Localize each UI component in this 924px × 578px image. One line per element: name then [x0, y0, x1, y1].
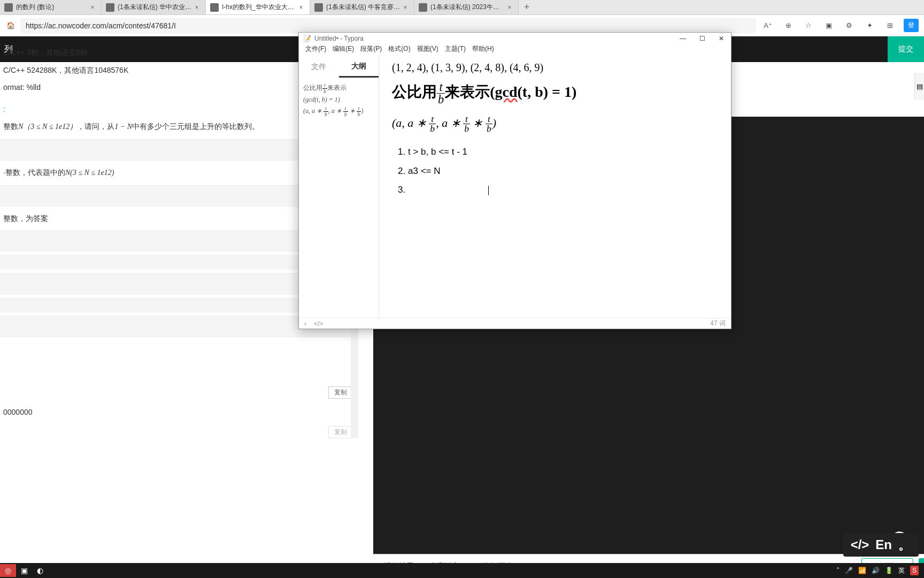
favorite-icon[interactable]: ☆	[802, 19, 815, 32]
site-icon	[314, 3, 323, 12]
nav-back-icon[interactable]: ‹	[304, 320, 306, 328]
menu-view[interactable]: 视图(V)	[414, 44, 442, 56]
wifi-icon[interactable]: 📶	[858, 567, 866, 574]
submit-button[interactable]: 提交	[888, 36, 924, 62]
outline-item[interactable]: 公比用tb来表示	[303, 83, 374, 94]
close-icon[interactable]: ×	[88, 3, 97, 12]
site-icon	[106, 3, 114, 12]
site-icon	[210, 3, 219, 12]
tab-2[interactable]: (1条未读私信) 华中农业大学 ×	[102, 0, 206, 14]
word-count[interactable]: 47 词	[710, 319, 726, 328]
copy-button[interactable]: 复制	[328, 386, 353, 399]
minimize-button[interactable]: —	[673, 33, 692, 44]
url-input[interactable]	[20, 18, 756, 33]
text-cursor	[488, 186, 489, 195]
tab-5[interactable]: (1条未读私信) 2023牛客寒假算法 ×	[414, 0, 519, 14]
ime-lang: En	[875, 537, 892, 552]
menu-file[interactable]: 文件(F)	[302, 44, 329, 56]
content-formula[interactable]: (a, a ∗ tb, a ∗ tb ∗ tb)	[392, 115, 718, 134]
tab-title: I-hx的数列_华中农业大学第十二	[222, 3, 297, 12]
taskbar-app-2[interactable]: ▣	[16, 564, 32, 577]
tab-3-active[interactable]: I-hx的数列_华中农业大学第十二 ×	[206, 0, 310, 14]
window-title: Untitled• - Typora	[314, 35, 364, 42]
close-icon[interactable]: ×	[192, 3, 201, 12]
typora-statusbar: ‹ </> 47 词	[299, 318, 731, 329]
close-icon[interactable]: ×	[401, 3, 410, 12]
outline-item[interactable]: (gcd(t, b) = 1)	[303, 96, 374, 104]
tab-1[interactable]: 的数列 (数论) ×	[0, 0, 102, 14]
ime-punct: 。	[898, 536, 911, 553]
files-tab[interactable]: 文件	[299, 56, 339, 78]
sample-output: 0000000	[0, 402, 358, 423]
list-item[interactable]: a3 <= N	[408, 162, 718, 181]
ime-indicator[interactable]: </> En 。	[843, 533, 919, 557]
menu-help[interactable]: 帮助(H)	[469, 44, 497, 56]
tab-title: (1条未读私信) 牛客竞赛OJ_ACM	[326, 3, 401, 12]
source-code-icon[interactable]: </>	[314, 320, 323, 328]
menu-paragraph[interactable]: 段落(P)	[357, 44, 385, 56]
close-icon[interactable]: ×	[297, 3, 305, 12]
window-controls: — ☐ ✕	[673, 33, 731, 44]
outline-tabs: 文件 大纲	[299, 56, 379, 78]
typora-window: 📝 Untitled• - Typora — ☐ ✕ 文件(F) 编辑(E) 段…	[298, 32, 732, 329]
sidebar-toggle[interactable]: ▤	[914, 73, 924, 100]
text-size-icon[interactable]: A⁺	[761, 19, 774, 32]
taskbar-app-1[interactable]: ◎	[0, 564, 16, 577]
zoom-icon[interactable]: ⊕	[782, 19, 795, 32]
outline-content: 公比用tb来表示 (gcd(t, b) = 1) (a, a ∗ tb, a ∗…	[299, 78, 379, 124]
menu-edit[interactable]: 编辑(E)	[329, 44, 357, 56]
microphone-icon[interactable]: 🎤	[845, 567, 853, 574]
tray-chevron-icon[interactable]: ˄	[836, 567, 840, 574]
typora-titlebar[interactable]: 📝 Untitled• - Typora — ☐ ✕	[299, 33, 731, 44]
browser-tabs: 的数列 (数论) × (1条未读私信) 华中农业大学 × I-hx的数列_华中农…	[0, 0, 924, 15]
outline-panel: 文件 大纲 公比用tb来表示 (gcd(t, b) = 1) (a, a ∗ t…	[299, 56, 379, 318]
close-icon[interactable]: ×	[505, 3, 514, 12]
outline-tab[interactable]: 大纲	[339, 56, 379, 78]
volume-icon[interactable]: 🔊	[872, 567, 880, 574]
copy-button-2[interactable]: 复制	[328, 426, 353, 438]
site-icon	[419, 3, 427, 12]
outline-item[interactable]: (a, a ∗ tb, a ∗ tb ∗ tb)	[303, 106, 374, 117]
extension-icon-2[interactable]: ⚙	[843, 19, 856, 32]
tab-title: (1条未读私信) 2023牛客寒假算法	[430, 3, 505, 12]
typora-body: 文件 大纲 公比用tb来表示 (gcd(t, b) = 1) (a, a ∗ t…	[299, 56, 731, 318]
content-list[interactable]: t > b, b <= t - 1 a3 <= N	[408, 142, 718, 200]
battery-icon[interactable]: 🔋	[885, 567, 893, 574]
app-icon: 📝	[303, 35, 311, 42]
tab-title: 的数列 (数论)	[16, 3, 88, 12]
close-button[interactable]: ✕	[712, 33, 731, 44]
status-left: ‹ </>	[304, 320, 323, 328]
editor-panel[interactable]: (1, 2, 4), (1, 3, 9), (2, 4, 8), (4, 6, …	[379, 56, 731, 318]
collections-icon[interactable]: ⊞	[883, 19, 896, 32]
site-icon	[4, 3, 13, 12]
code-icon: </>	[851, 537, 869, 552]
extension-icon-1[interactable]: ▣	[822, 19, 835, 32]
typora-menubar: 文件(F) 编辑(E) 段落(P) 格式(O) 视图(V) 主题(T) 帮助(H…	[299, 44, 731, 56]
list-item[interactable]	[408, 180, 718, 200]
site-info-icon[interactable]: 🏠	[5, 20, 16, 31]
menu-format[interactable]: 格式(O)	[385, 44, 413, 56]
ime-app-icon[interactable]: S	[910, 566, 919, 575]
toolbar-icons: A⁺ ⊕ ☆ ▣ ⚙ ✦ ⊞ 登	[761, 19, 919, 32]
maximize-button[interactable]: ☐	[692, 33, 712, 44]
content-line-1[interactable]: (1, 2, 4), (1, 3, 9), (2, 4, 8), (4, 6, …	[392, 62, 718, 74]
taskbar: ◎ ▣ ◐ ˄ 🎤 📶 🔊 🔋 英 S	[0, 563, 924, 578]
login-button[interactable]: 登	[904, 19, 919, 32]
ime-tray[interactable]: 英	[898, 566, 905, 575]
new-tab-button[interactable]: +	[519, 0, 535, 14]
content-heading[interactable]: 公比用tb来表示(gcd(t, b) = 1)	[392, 81, 718, 106]
favorites-icon[interactable]: ✦	[863, 19, 876, 32]
spacer	[0, 340, 358, 383]
taskbar-app-3[interactable]: ◐	[32, 564, 48, 577]
system-tray: ˄ 🎤 📶 🔊 🔋 英 S	[836, 566, 924, 575]
tab-4[interactable]: (1条未读私信) 牛客竞赛OJ_ACM ×	[310, 0, 414, 14]
tab-title: (1条未读私信) 华中农业大学	[118, 3, 192, 12]
menu-theme[interactable]: 主题(T)	[442, 44, 469, 56]
list-item[interactable]: t > b, b <= t - 1	[408, 142, 718, 162]
